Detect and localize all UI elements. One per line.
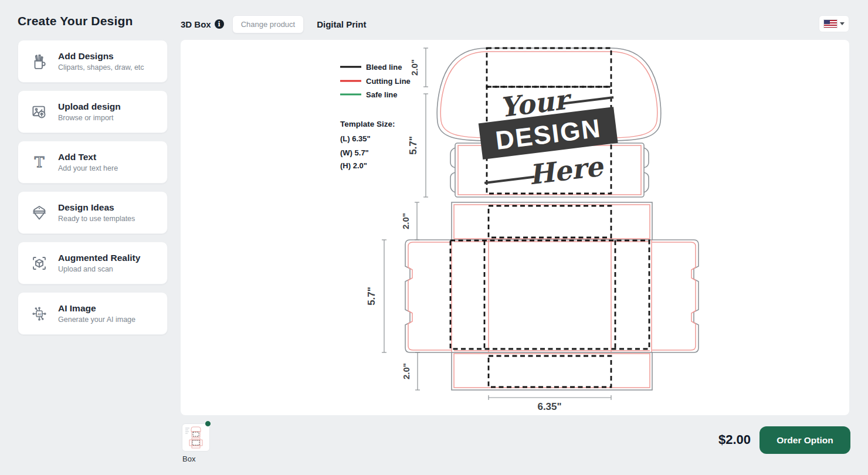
sidebar-item-label: Add Designs — [58, 51, 144, 62]
sidebar-item-sublabel: Generate your AI image — [58, 315, 135, 324]
legend: Bleed line Cutting Line Safe line — [340, 63, 411, 99]
print-type-label: Digital Print — [317, 19, 366, 29]
legend-safe-label: Safe line — [366, 90, 397, 99]
sidebar-item-label: Design Ideas — [58, 202, 135, 213]
dim-body-height: 5.7" — [366, 287, 377, 306]
pencil-cup-icon — [29, 51, 50, 72]
sidebar-item-label: AI Image — [58, 303, 135, 314]
dim-top-flap: 2.0" — [409, 59, 419, 76]
sidebar-item-sublabel: Browse or import — [58, 114, 121, 122]
us-flag-icon — [824, 20, 837, 28]
topbar: 3D Box i Change product Digital Print — [181, 14, 366, 34]
template-size: Template Size: (L) 6.35" (W) 5.7" (H) 2.… — [340, 120, 395, 170]
sidebar-item-label: Add Text — [58, 152, 118, 162]
gem-icon — [29, 202, 50, 223]
sidebar-item-augmented-reality[interactable]: Augmented Reality Upload and scan — [18, 242, 168, 284]
sidebar-item-label: Augmented Reality — [58, 253, 140, 263]
dieline-template: Bleed line Cutting Line Safe line Templa… — [181, 40, 849, 415]
product-name: 3D Box — [181, 19, 211, 29]
sidebar-item-sublabel: Add your text here — [58, 164, 118, 172]
info-icon[interactable]: i — [215, 19, 224, 29]
design-placeholder: Your DESIGN Here — [474, 78, 623, 196]
template-size-heading: Template Size: — [340, 120, 395, 128]
sidebar-item-ai-image[interactable]: AI AI Image Generate your AI image — [18, 292, 168, 335]
dim-upper-flap: 2.0" — [401, 213, 411, 229]
box-thumbnail-preview — [182, 424, 209, 451]
dim-width: 6.35" — [537, 401, 561, 412]
template-size-height: (H) 2.0" — [340, 161, 367, 170]
language-selector[interactable] — [819, 15, 849, 32]
legend-bleed-label: Bleed line — [366, 63, 402, 72]
svg-text:T: T — [35, 154, 45, 171]
template-size-length: (L) 6.35" — [340, 134, 371, 143]
box-thumbnail[interactable] — [182, 423, 210, 452]
sidebar-item-upload-design[interactable]: Upload design Browse or import — [18, 90, 168, 133]
template-size-width: (W) 5.7" — [340, 148, 369, 157]
thumbnail-label: Box — [182, 454, 195, 463]
dim-lid-height: 5.7" — [408, 136, 419, 155]
price-label: $2.00 — [718, 432, 751, 447]
sidebar-item-add-text[interactable]: T Add Text Add your text here — [18, 141, 168, 184]
image-upload-icon — [29, 101, 50, 123]
text-t-icon: T — [29, 152, 50, 173]
svg-text:AI: AI — [38, 311, 42, 315]
placeholder-here: Here — [527, 150, 606, 191]
sidebar-item-sublabel: Ready to use templates — [58, 215, 135, 223]
sidebar-item-sublabel: Cliparts, shapes, draw, etc — [58, 63, 144, 72]
dieline-body — [405, 202, 699, 390]
sidebar-item-label: Upload design — [58, 101, 121, 112]
order-option-button[interactable]: Order Option — [760, 426, 850, 454]
sidebar: Add Designs Cliparts, shapes, draw, etc … — [18, 40, 168, 342]
active-status-dot — [205, 420, 211, 427]
chevron-down-icon — [840, 22, 845, 25]
ar-cube-icon — [29, 253, 50, 274]
legend-cutting-label: Cutting Line — [366, 77, 411, 86]
ai-chip-icon: AI — [29, 303, 50, 324]
page-title: Create Your Design — [18, 14, 133, 28]
dim-bottom-flap: 2.0" — [401, 363, 411, 379]
change-product-button[interactable]: Change product — [232, 15, 304, 33]
sidebar-item-sublabel: Upload and scan — [58, 265, 140, 273]
sidebar-item-design-ideas[interactable]: Design Ideas Ready to use templates — [18, 191, 168, 234]
design-canvas[interactable]: Bleed line Cutting Line Safe line Templa… — [181, 40, 849, 415]
sidebar-item-add-designs[interactable]: Add Designs Cliparts, shapes, draw, etc — [18, 40, 168, 83]
dieline-lid: Your DESIGN Here — [437, 48, 660, 197]
